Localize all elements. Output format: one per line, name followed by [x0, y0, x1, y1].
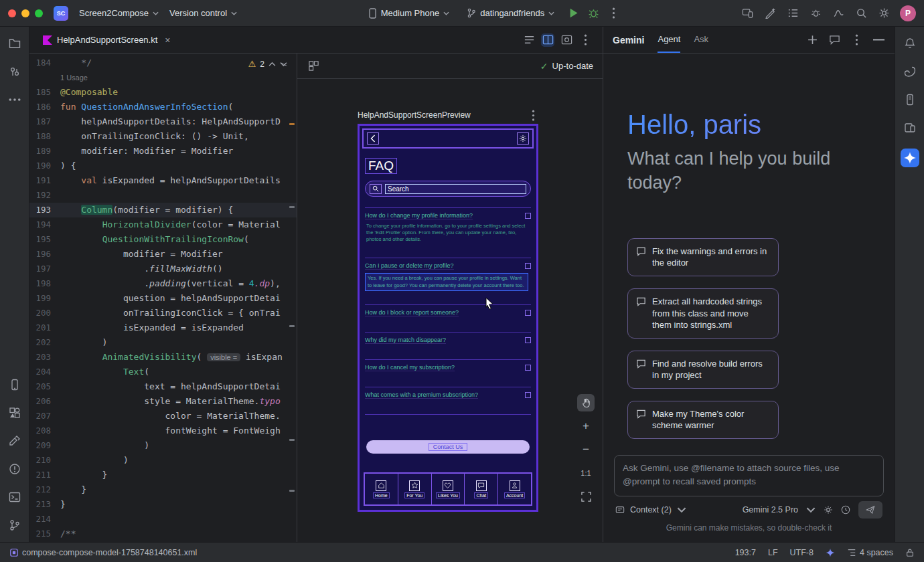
problems-icon[interactable] — [7, 462, 22, 476]
code-line[interactable]: 1 Usage — [29, 70, 297, 85]
device-mirroring-icon[interactable] — [741, 7, 754, 20]
line-number[interactable]: 203 — [29, 350, 60, 365]
line-number[interactable]: 199 — [29, 291, 60, 306]
expand-icon[interactable] — [525, 365, 531, 371]
expand-icon[interactable] — [525, 392, 531, 398]
line-number[interactable]: 204 — [29, 365, 60, 379]
code-line[interactable]: 208 fontWeight = FontWeigh — [29, 424, 297, 438]
new-chat-icon[interactable] — [805, 33, 819, 47]
avatar[interactable]: P — [900, 5, 916, 21]
line-number[interactable]: 213 — [29, 497, 60, 512]
expand-icon[interactable] — [525, 310, 531, 316]
line-number[interactable]: 209 — [29, 438, 60, 453]
code-view-icon[interactable] — [522, 33, 536, 47]
nav-item-chat[interactable]: Chat — [465, 474, 498, 504]
expand-icon[interactable] — [525, 263, 531, 269]
maximize-window-button[interactable] — [35, 9, 43, 17]
context-selector[interactable]: Context (2) — [630, 505, 672, 514]
line-number[interactable]: 208 — [29, 424, 60, 438]
line-number[interactable] — [29, 70, 60, 85]
nav-item-home[interactable]: Home — [365, 474, 398, 504]
gemini-options-icon[interactable] — [850, 33, 863, 47]
hide-panel-icon[interactable] — [872, 33, 885, 47]
phone-settings-gear-icon[interactable] — [517, 132, 529, 145]
more-tool-windows-icon[interactable] — [7, 92, 22, 107]
line-number[interactable]: 206 — [29, 394, 60, 409]
code-line[interactable]: 210 ) — [29, 453, 297, 468]
line-number[interactable]: 186 — [29, 100, 60, 114]
indent-config[interactable]: 4 spaces — [847, 548, 893, 557]
code-line[interactable]: 211 } — [29, 468, 297, 482]
search-everywhere-icon[interactable] — [854, 7, 868, 20]
code-line[interactable]: 191 val isExpanded = helpAndSupportDetai… — [29, 173, 297, 188]
expand-icon[interactable] — [525, 337, 531, 343]
faq-item[interactable]: Why did my match disappear? — [365, 332, 531, 359]
preview-layout-icon[interactable] — [307, 60, 320, 73]
send-button[interactable] — [858, 501, 882, 519]
expand-icon[interactable] — [525, 213, 531, 219]
profiler-icon[interactable] — [832, 7, 845, 20]
gemini-spark-icon[interactable] — [901, 149, 919, 167]
faq-item[interactable]: What comes with a premium subscription? — [365, 387, 531, 414]
todo-list-icon[interactable] — [786, 7, 799, 20]
suggestion-card[interactable]: Make my Theme's color scheme warmer — [627, 401, 779, 439]
next-warning-icon[interactable] — [280, 62, 287, 67]
search-bar[interactable]: Search — [365, 181, 531, 197]
prompt-history-icon[interactable] — [841, 505, 850, 514]
usage-hint[interactable]: 1 Usage — [60, 74, 88, 82]
code-line[interactable]: 214 — [29, 512, 297, 527]
line-number[interactable]: 197 — [29, 262, 60, 276]
terminal-icon[interactable] — [7, 490, 22, 504]
editor-options-icon[interactable] — [579, 33, 592, 47]
nav-item-likes-you[interactable]: Likes You — [432, 474, 465, 504]
faq-item[interactable]: How do I change my profile information?T… — [365, 207, 531, 243]
close-window-button[interactable] — [8, 9, 16, 17]
line-number[interactable]: 198 — [29, 276, 60, 291]
code-line[interactable]: 196 modifier = Modifier — [29, 247, 297, 262]
code-line[interactable]: 212 } — [29, 482, 297, 497]
line-number[interactable]: 214 — [29, 512, 60, 527]
code-line[interactable]: 197 .fillMaxWidth() — [29, 262, 297, 276]
faq-item[interactable]: Can I pause or delete my profile?Yes. If… — [365, 258, 531, 290]
line-number[interactable]: 187 — [29, 114, 60, 129]
lock-icon[interactable] — [905, 548, 915, 557]
code-line[interactable]: 198 .padding(vertical = 4.dp), — [29, 276, 297, 291]
line-number[interactable]: 201 — [29, 320, 60, 335]
notifications-bell-icon[interactable] — [903, 36, 917, 51]
code-line[interactable]: 190) { — [29, 159, 297, 173]
code-line[interactable]: 195 QuestionWithTrailingIconRow( — [29, 232, 297, 247]
suggestion-card[interactable]: Find and resolve build errors in my proj… — [627, 351, 779, 389]
caret-position[interactable]: 193:7 — [735, 548, 756, 557]
line-number[interactable]: 193 — [29, 203, 60, 217]
project-menu[interactable]: Screen2Compose — [74, 5, 164, 21]
phone-preview[interactable]: FAQ Search How do I change my profile in… — [358, 124, 538, 512]
code-line[interactable]: 206 style = MaterialTheme.typo — [29, 394, 297, 409]
code-editor[interactable]: 184 */1 Usage185@Composable186fun Questi… — [29, 54, 297, 542]
code-line[interactable]: 186fun QuestionAndAnswerInfoSection( — [29, 100, 297, 114]
split-view-icon[interactable] — [541, 33, 554, 47]
code-line[interactable]: 215/** — [29, 527, 297, 541]
line-number[interactable]: 207 — [29, 409, 60, 424]
line-number[interactable]: 194 — [29, 217, 60, 232]
minimize-window-button[interactable] — [21, 9, 29, 17]
app-inspection-icon[interactable] — [809, 7, 822, 20]
line-number[interactable]: 205 — [29, 379, 60, 394]
line-number[interactable]: 200 — [29, 306, 60, 320]
close-tab-icon[interactable]: × — [165, 35, 170, 45]
line-number[interactable]: 212 — [29, 482, 60, 497]
model-selector[interactable]: Gemini 2.5 Pro — [743, 505, 798, 514]
code-line[interactable]: 199 question = helpAndSupportDetai — [29, 291, 297, 306]
line-number[interactable]: 195 — [29, 232, 60, 247]
line-number[interactable]: 188 — [29, 129, 60, 144]
line-number[interactable]: 185 — [29, 85, 60, 100]
ai-actions-icon[interactable] — [763, 7, 777, 20]
nav-item-for-you[interactable]: For You — [398, 474, 432, 504]
code-line[interactable]: 193 Column(modifier = modifier) { — [29, 203, 297, 217]
search-input[interactable]: Search — [385, 184, 526, 194]
device-manager-icon[interactable] — [903, 120, 917, 135]
device-selector[interactable]: Medium Phone — [363, 5, 455, 21]
settings-gear-icon[interactable] — [877, 7, 891, 20]
code-line[interactable]: 207 color = MaterialTheme. — [29, 409, 297, 424]
code-line[interactable]: 189 modifier: Modifier = Modifier — [29, 144, 297, 159]
line-number[interactable]: 202 — [29, 335, 60, 350]
